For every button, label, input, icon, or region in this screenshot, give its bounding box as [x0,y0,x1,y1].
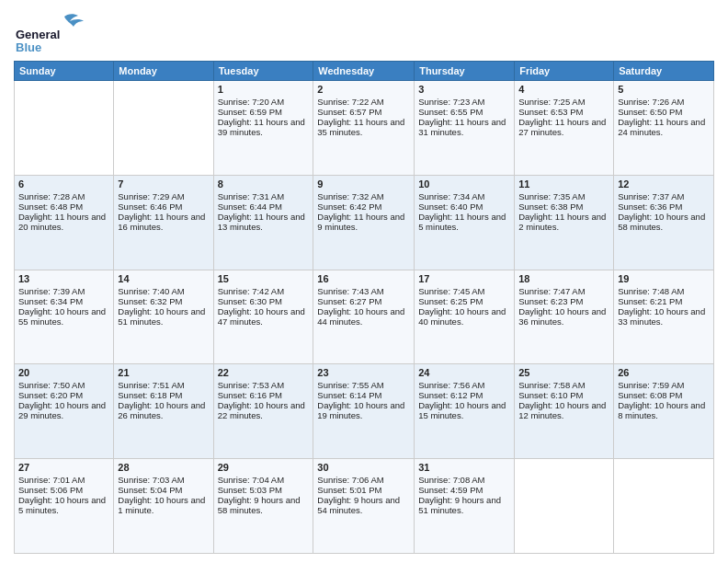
day-info: Sunset: 5:01 PM [317,485,410,495]
day-info: Daylight: 11 hours and 39 minutes. [218,117,310,137]
week-row-2: 6Sunrise: 7:28 AMSunset: 6:48 PMDaylight… [15,175,714,270]
calendar-cell [15,81,114,176]
calendar-cell: 13Sunrise: 7:39 AMSunset: 6:34 PMDayligh… [15,270,114,364]
day-info: Sunrise: 7:03 AM [118,475,209,485]
day-number: 25 [518,367,609,378]
day-info: Sunset: 6:23 PM [518,296,609,306]
weekday-header-friday: Friday [515,62,614,81]
day-info: Sunset: 6:20 PM [18,390,109,400]
day-info: Sunrise: 7:43 AM [317,286,410,296]
day-number: 20 [18,367,109,378]
calendar-cell: 25Sunrise: 7:58 AMSunset: 6:10 PMDayligh… [515,364,614,459]
day-info: Sunset: 6:21 PM [618,296,710,306]
day-info: Daylight: 11 hours and 35 minutes. [317,117,410,137]
calendar-cell: 28Sunrise: 7:03 AMSunset: 5:04 PMDayligh… [114,459,213,554]
day-info: Sunset: 4:59 PM [418,485,510,495]
day-info: Daylight: 10 hours and 8 minutes. [618,400,710,420]
day-info: Sunset: 6:12 PM [418,390,510,400]
day-info: Daylight: 10 hours and 33 minutes. [618,306,710,327]
day-info: Sunrise: 7:45 AM [418,286,510,296]
day-info: Sunrise: 7:53 AM [218,380,310,390]
day-info: Sunset: 6:34 PM [18,296,109,306]
day-info: Sunrise: 7:29 AM [118,191,209,201]
day-info: Sunset: 6:40 PM [418,201,510,212]
day-info: Sunrise: 7:59 AM [618,380,710,390]
day-number: 29 [218,462,310,473]
day-info: Sunset: 6:44 PM [218,201,310,212]
day-info: Sunrise: 7:35 AM [518,191,609,201]
calendar-cell: 29Sunrise: 7:04 AMSunset: 5:03 PMDayligh… [213,459,313,554]
day-info: Sunrise: 7:28 AM [18,191,109,201]
day-info: Sunrise: 7:04 AM [218,475,310,485]
day-info: Sunset: 6:53 PM [518,107,609,117]
day-number: 4 [518,84,609,95]
calendar-table: SundayMondayTuesdayWednesdayThursdayFrid… [14,61,714,554]
calendar-cell: 20Sunrise: 7:50 AMSunset: 6:20 PMDayligh… [15,364,114,459]
day-info: Sunset: 6:18 PM [118,390,209,400]
day-info: Sunset: 5:04 PM [118,485,209,495]
day-info: Sunset: 6:16 PM [218,390,310,400]
calendar-cell: 24Sunrise: 7:56 AMSunset: 6:12 PMDayligh… [415,364,515,459]
weekday-header-monday: Monday [114,62,213,81]
calendar-cell: 12Sunrise: 7:37 AMSunset: 6:36 PMDayligh… [614,175,714,270]
day-info: Daylight: 11 hours and 31 minutes. [418,117,510,137]
day-info: Sunset: 6:50 PM [618,107,710,117]
day-info: Daylight: 11 hours and 13 minutes. [218,212,310,232]
day-number: 16 [317,273,410,284]
calendar-cell: 27Sunrise: 7:01 AMSunset: 5:06 PMDayligh… [15,459,114,554]
day-info: Sunset: 6:25 PM [418,296,510,306]
calendar-cell: 10Sunrise: 7:34 AMSunset: 6:40 PMDayligh… [415,175,515,270]
day-info: Sunset: 6:36 PM [618,201,710,212]
calendar-cell: 3Sunrise: 7:23 AMSunset: 6:55 PMDaylight… [415,81,515,176]
day-info: Sunset: 6:55 PM [418,107,510,117]
calendar-cell: 11Sunrise: 7:35 AMSunset: 6:38 PMDayligh… [515,175,614,270]
day-info: Sunrise: 7:06 AM [317,475,410,485]
day-info: Sunrise: 7:22 AM [317,97,410,107]
svg-text:Blue: Blue [16,40,41,54]
weekday-header-row: SundayMondayTuesdayWednesdayThursdayFrid… [15,62,714,81]
day-info: Daylight: 9 hours and 54 minutes. [317,495,410,515]
day-number: 9 [317,178,410,190]
day-info: Daylight: 10 hours and 44 minutes. [317,306,410,327]
day-info: Sunrise: 7:55 AM [317,380,410,390]
day-number: 28 [118,462,209,473]
day-info: Sunset: 6:30 PM [218,296,310,306]
calendar-cell: 1Sunrise: 7:20 AMSunset: 6:59 PMDaylight… [213,81,313,176]
day-info: Daylight: 9 hours and 51 minutes. [418,495,510,515]
calendar-cell: 8Sunrise: 7:31 AMSunset: 6:44 PMDaylight… [213,175,313,270]
day-number: 12 [618,178,710,190]
day-number: 14 [118,273,209,284]
week-row-5: 27Sunrise: 7:01 AMSunset: 5:06 PMDayligh… [15,459,714,554]
day-info: Sunset: 6:10 PM [518,390,609,400]
day-info: Sunset: 6:14 PM [317,390,410,400]
day-info: Daylight: 11 hours and 2 minutes. [518,212,609,232]
day-info: Daylight: 10 hours and 12 minutes. [518,400,609,420]
day-number: 2 [317,84,410,95]
day-info: Daylight: 10 hours and 1 minute. [118,495,209,515]
day-info: Sunrise: 7:23 AM [418,97,510,107]
weekday-header-tuesday: Tuesday [213,62,313,81]
day-info: Sunset: 6:08 PM [618,390,710,400]
day-number: 21 [118,367,209,378]
day-number: 24 [418,367,510,378]
day-info: Sunset: 6:32 PM [118,296,209,306]
day-info: Sunrise: 7:20 AM [218,97,310,107]
day-info: Sunrise: 7:47 AM [518,286,609,296]
day-info: Daylight: 9 hours and 58 minutes. [218,495,310,515]
week-row-3: 13Sunrise: 7:39 AMSunset: 6:34 PMDayligh… [15,270,714,364]
day-info: Sunset: 6:59 PM [218,107,310,117]
calendar-cell: 15Sunrise: 7:42 AMSunset: 6:30 PMDayligh… [213,270,313,364]
calendar-cell [515,459,614,554]
day-number: 17 [418,273,510,284]
day-info: Sunrise: 7:01 AM [18,475,109,485]
day-info: Daylight: 11 hours and 27 minutes. [518,117,609,137]
day-info: Sunrise: 7:37 AM [618,191,710,201]
logo-svg: General Blue [14,9,97,55]
day-number: 22 [218,367,310,378]
day-number: 6 [18,178,109,190]
day-info: Daylight: 10 hours and 40 minutes. [418,306,510,327]
day-info: Sunset: 6:57 PM [317,107,410,117]
svg-text:General: General [16,28,60,41]
calendar-cell: 7Sunrise: 7:29 AMSunset: 6:46 PMDaylight… [114,175,213,270]
day-number: 30 [317,462,410,473]
